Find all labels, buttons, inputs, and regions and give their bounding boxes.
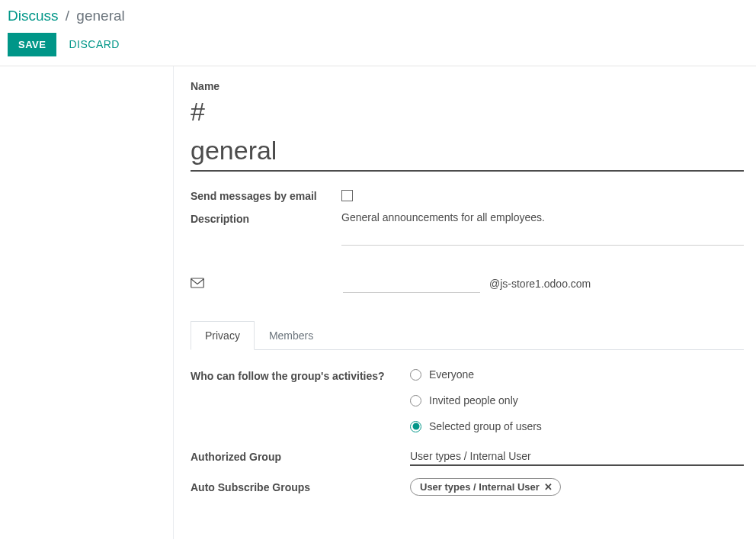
name-input[interactable] xyxy=(191,133,744,172)
breadcrumb-current: general xyxy=(76,8,124,24)
follow-label: Who can follow the group's activities? xyxy=(191,368,410,382)
send-email-checkbox[interactable] xyxy=(341,190,353,201)
name-label: Name xyxy=(191,80,744,92)
privacy-radio-group: Everyone Invited people only Selected gr… xyxy=(410,368,542,432)
form-sheet: Name # Send messages by email Descriptio… xyxy=(174,66,753,539)
auto-subscribe-label: Auto Subscribe Groups xyxy=(191,481,410,493)
breadcrumb: Discuss / general xyxy=(8,8,748,24)
tabs: Privacy Members xyxy=(191,320,744,350)
radio-icon xyxy=(410,369,421,381)
breadcrumb-root[interactable]: Discuss xyxy=(8,8,59,24)
privacy-option-selected[interactable]: Selected group of users xyxy=(410,420,542,432)
hash-prefix: # xyxy=(191,97,744,127)
description-value[interactable]: General announcements for all employees. xyxy=(341,211,744,246)
radio-label: Invited people only xyxy=(429,394,518,406)
radio-label: Selected group of users xyxy=(429,420,542,432)
radio-icon xyxy=(410,421,421,432)
breadcrumb-separator: / xyxy=(66,8,69,24)
auto-subscribe-tag[interactable]: User types / Internal User ✕ xyxy=(410,478,561,496)
email-local-input[interactable] xyxy=(343,275,480,293)
action-bar: SAVE DISCARD xyxy=(8,32,748,66)
save-button[interactable]: SAVE xyxy=(8,33,56,56)
tab-privacy[interactable]: Privacy xyxy=(191,321,255,350)
tab-body-privacy: Who can follow the group's activities? E… xyxy=(191,350,744,496)
envelope-icon xyxy=(191,278,204,291)
authorized-group-input[interactable] xyxy=(410,448,744,466)
radio-icon xyxy=(410,395,421,406)
tag-remove-icon[interactable]: ✕ xyxy=(544,481,553,493)
email-domain: @js-store1.odoo.com xyxy=(489,278,591,290)
svg-rect-0 xyxy=(191,278,204,288)
tag-label: User types / Internal User xyxy=(420,481,540,493)
description-label: Description xyxy=(191,211,341,225)
tab-members[interactable]: Members xyxy=(255,321,328,350)
discard-button[interactable]: DISCARD xyxy=(66,32,123,56)
radio-label: Everyone xyxy=(429,368,474,381)
privacy-option-invited[interactable]: Invited people only xyxy=(410,394,542,406)
left-gutter xyxy=(0,66,174,539)
send-email-label: Send messages by email xyxy=(191,188,341,202)
authorized-group-label: Authorized Group xyxy=(191,451,410,463)
privacy-option-everyone[interactable]: Everyone xyxy=(410,368,542,381)
